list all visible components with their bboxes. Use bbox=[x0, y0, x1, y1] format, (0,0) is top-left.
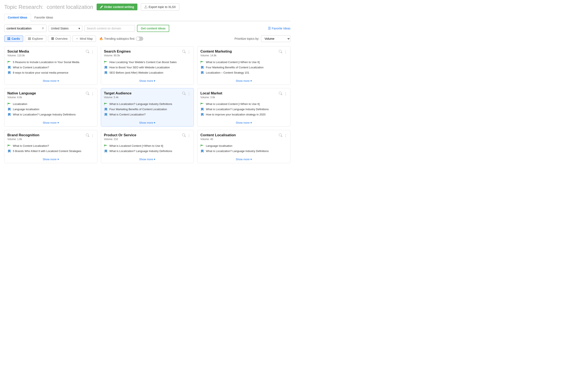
tab-bar: Content Ideas Favorite Ideas bbox=[4, 14, 290, 21]
tab-favorite-ideas[interactable]: Favorite Ideas bbox=[31, 14, 57, 21]
show-more-button[interactable]: Show more ▾ bbox=[236, 79, 252, 82]
card-more-icon[interactable]: ⋮ bbox=[284, 50, 287, 54]
show-more-button[interactable]: Show more ▾ bbox=[236, 121, 252, 124]
show-more-button[interactable]: Show more ▾ bbox=[43, 121, 59, 124]
bookmark-icon bbox=[104, 71, 108, 74]
card-search-engines: Search Engines Volume: 90.5k ⋮ How Local… bbox=[101, 46, 194, 85]
card-volume: Volume: 90.5k bbox=[104, 54, 131, 57]
show-more-button[interactable]: Show more ▾ bbox=[236, 158, 252, 161]
show-more-button[interactable]: Show more ▾ bbox=[43, 158, 59, 161]
card-search-icon[interactable] bbox=[182, 50, 186, 54]
prioritize-select[interactable]: Volume Difficulty Relevance bbox=[261, 35, 290, 42]
card-item: What is Content Localization? bbox=[104, 112, 191, 117]
view-explorer-button[interactable]: Explorer bbox=[25, 36, 46, 42]
card-volume: Volume: 110.0k bbox=[7, 54, 29, 57]
card-item: Four Marketing Benefits of Content Local… bbox=[104, 107, 191, 112]
svg-marker-8 bbox=[8, 61, 11, 63]
favorite-ideas-link[interactable]: ☰ Favorite Ideas bbox=[268, 26, 290, 30]
chevron-down-icon: ▾ bbox=[154, 158, 155, 161]
card-actions: ⋮ bbox=[279, 92, 287, 96]
card-search-icon[interactable] bbox=[86, 133, 89, 138]
card-volume: Volume: 6.6k bbox=[7, 96, 36, 99]
card-header: Target Audience Volume: 5.4k ⋮ bbox=[101, 88, 194, 100]
domain-search-input-wrapper[interactable]: Search content on domain bbox=[84, 25, 135, 32]
show-more-row: Show more ▾ bbox=[4, 77, 97, 84]
card-header: Content Marketing Volume: 14.8k ⋮ bbox=[197, 46, 290, 58]
get-content-ideas-button[interactable]: Get content ideas bbox=[137, 25, 169, 32]
card-more-icon[interactable]: ⋮ bbox=[91, 134, 94, 138]
svg-rect-4 bbox=[51, 37, 54, 38]
card-search-icon[interactable] bbox=[86, 50, 89, 54]
bookmark-icon bbox=[200, 150, 204, 153]
card-title: Native Language bbox=[7, 91, 36, 95]
card-search-icon[interactable] bbox=[182, 92, 186, 96]
card-item: 5 Reasons to Include Localization in You… bbox=[7, 60, 94, 65]
view-mindmap-button[interactable]: Mind Map bbox=[72, 36, 96, 42]
chevron-down-icon: ▾ bbox=[57, 158, 59, 161]
card-header: Search Engines Volume: 90.5k ⋮ bbox=[101, 46, 194, 58]
bookmark-icon bbox=[104, 108, 108, 111]
order-content-writing-button[interactable]: Order content writing bbox=[97, 4, 137, 10]
card-item: What is Content Localization? bbox=[7, 65, 94, 70]
trending-toggle[interactable] bbox=[136, 37, 143, 41]
card-item: What is Localized Content [+When to Use … bbox=[104, 143, 191, 148]
prioritize-label: Prioritize topics by: bbox=[235, 37, 259, 40]
card-more-icon[interactable]: ⋮ bbox=[284, 92, 287, 96]
card-title: Target Audience bbox=[104, 91, 132, 95]
card-search-icon[interactable] bbox=[86, 92, 89, 96]
view-overview-button[interactable]: Overview bbox=[48, 36, 71, 42]
bookmark-icon bbox=[7, 66, 11, 69]
clear-keyword-icon[interactable]: ✕ bbox=[42, 26, 44, 30]
fire-icon: 🔥 bbox=[99, 37, 103, 40]
show-more-button[interactable]: Show more ▾ bbox=[139, 79, 156, 82]
card-search-icon[interactable] bbox=[279, 50, 282, 54]
card-more-icon[interactable]: ⋮ bbox=[187, 50, 191, 54]
card-actions: ⋮ bbox=[86, 133, 94, 138]
svg-rect-5 bbox=[51, 38, 54, 39]
card-title: Local Market bbox=[200, 91, 222, 95]
svg-marker-16 bbox=[200, 144, 204, 147]
card-search-icon[interactable] bbox=[279, 133, 282, 138]
edit-icon bbox=[100, 5, 103, 8]
flag-icon bbox=[104, 61, 108, 64]
show-more-row: Show more ▾ bbox=[4, 155, 97, 163]
show-more-row: Show more ▾ bbox=[101, 119, 194, 126]
show-more-row: Show more ▾ bbox=[101, 77, 194, 84]
export-button[interactable]: Export topic to XLSX bbox=[141, 3, 179, 10]
card-title: Brand Recognition bbox=[7, 133, 39, 137]
card-more-icon[interactable]: ⋮ bbox=[284, 134, 287, 138]
view-toolbar: Cards Explorer Overview Mind Map 🔥 Trend… bbox=[4, 35, 290, 42]
cards-grid: Social Media Volume: 110.0k ⋮ 5 Reasons … bbox=[4, 46, 290, 163]
svg-rect-1 bbox=[9, 37, 10, 39]
keyword-input[interactable] bbox=[7, 27, 40, 30]
chevron-down-icon: ▾ bbox=[251, 158, 252, 161]
country-select[interactable]: United States ▾ bbox=[49, 25, 82, 32]
svg-marker-14 bbox=[8, 144, 11, 147]
show-more-row: Show more ▾ bbox=[197, 155, 290, 163]
show-more-button[interactable]: Show more ▾ bbox=[139, 158, 156, 161]
card-item: What is Localization? Language Industry … bbox=[104, 148, 191, 154]
card-actions: ⋮ bbox=[279, 133, 287, 138]
card-item: Language localisation bbox=[200, 143, 287, 148]
card-more-icon[interactable]: ⋮ bbox=[187, 134, 191, 138]
tab-content-ideas[interactable]: Content Ideas bbox=[4, 14, 31, 21]
flag-icon bbox=[7, 144, 11, 147]
card-actions: ⋮ bbox=[86, 50, 94, 54]
card-more-icon[interactable]: ⋮ bbox=[91, 92, 94, 96]
card-search-icon[interactable] bbox=[279, 92, 282, 96]
card-title: Product Or Service bbox=[104, 133, 136, 137]
card-header: Local Market Volume: 3.6k ⋮ bbox=[197, 88, 290, 100]
card-social-media: Social Media Volume: 110.0k ⋮ 5 Reasons … bbox=[4, 46, 97, 85]
card-more-icon[interactable]: ⋮ bbox=[187, 92, 191, 96]
card-actions: ⋮ bbox=[86, 92, 94, 96]
view-cards-button[interactable]: Cards bbox=[4, 36, 23, 42]
card-header: Native Language Volume: 6.6k ⋮ bbox=[4, 88, 97, 100]
card-more-icon[interactable]: ⋮ bbox=[91, 50, 94, 54]
card-body: Language localisation What is Localizati… bbox=[197, 141, 290, 155]
card-item: What is Localized Content [+When to Use … bbox=[200, 60, 287, 65]
explorer-icon bbox=[28, 37, 31, 40]
show-more-button[interactable]: Show more ▾ bbox=[139, 121, 156, 124]
card-search-icon[interactable] bbox=[182, 133, 186, 138]
show-more-button[interactable]: Show more ▾ bbox=[43, 79, 59, 82]
card-native-language: Native Language Volume: 6.6k ⋮ Localizat… bbox=[4, 88, 97, 127]
